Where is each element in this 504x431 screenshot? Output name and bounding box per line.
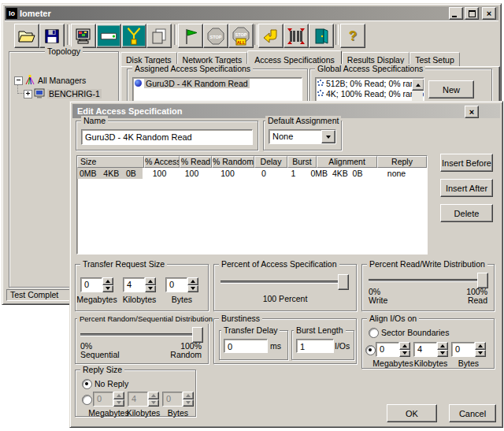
chevron-down-icon	[326, 136, 331, 139]
read-write-slider-track[interactable]	[369, 279, 487, 282]
spec-name-input[interactable]: Guru3D - 4K Random Read	[81, 129, 253, 145]
stepper-up-button[interactable]	[102, 277, 113, 285]
stepper-down-button[interactable]	[437, 350, 448, 358]
align-bytes-stepper[interactable]: 0	[451, 342, 486, 357]
random-sequential-slider-track[interactable]	[80, 333, 202, 336]
sector-boundaries-radio[interactable]	[369, 328, 379, 338]
percent-access-spec-group: Percent of Access Specification 100 Perc…	[213, 264, 357, 311]
reset-workers-button[interactable]	[258, 24, 284, 48]
no-reply-radio[interactable]	[82, 379, 92, 389]
stepper-value[interactable]: 0	[165, 277, 187, 292]
list-item-4k[interactable]: 4K; 100% Read; 0% random	[316, 88, 424, 98]
list-item-512b[interactable]: 512B; 0% Read; 0% random	[316, 78, 424, 88]
kilobytes-stepper[interactable]: 4	[123, 277, 156, 292]
no-reply-label: No Reply	[94, 379, 128, 388]
iometer-app-icon: Io	[6, 8, 17, 19]
align-ios-group: Align I/Os on Sector Boundaries 0 4 0 Me…	[361, 318, 495, 369]
stepper-down-button[interactable]	[187, 285, 198, 293]
percent-access-slider-thumb[interactable]	[338, 274, 349, 290]
duplicate-icon	[150, 28, 169, 45]
new-spec-button[interactable]: New	[428, 80, 474, 98]
stepper-value[interactable]: 0	[80, 277, 102, 292]
col-header-alignment[interactable]: Alignment	[317, 156, 377, 168]
cancel-button[interactable]: Cancel	[449, 404, 496, 422]
duplicate-worker-button[interactable]	[146, 24, 172, 48]
help-button[interactable]: ?	[340, 24, 365, 48]
col-header-access[interactable]: % Access	[144, 156, 180, 168]
dropdown-button[interactable]	[321, 130, 335, 143]
stepper-value[interactable]: 4	[123, 277, 145, 292]
random-sequential-slider-thumb[interactable]	[192, 327, 203, 343]
col-header-delay[interactable]: Delay	[254, 156, 287, 168]
insert-before-button[interactable]: Insert Before	[440, 154, 493, 172]
insert-after-button[interactable]: Insert After	[440, 179, 493, 197]
col-header-random[interactable]: % Random	[212, 156, 254, 168]
open-folder-icon	[17, 28, 36, 44]
ok-button[interactable]: OK	[387, 404, 437, 422]
reply-bytes-stepper[interactable]: 0	[162, 392, 194, 407]
save-test-file-button[interactable]	[39, 24, 65, 48]
stepper-down-button[interactable]	[475, 350, 486, 358]
stepper-value[interactable]: 0	[451, 342, 475, 357]
start-manager-button[interactable]	[71, 24, 96, 48]
tree-item-benchrig[interactable]: BENCHRIG-1	[34, 87, 102, 99]
open-test-file-button[interactable]	[14, 24, 39, 48]
transfer-delay-input[interactable]: 0	[224, 339, 268, 353]
col-header-reply[interactable]: Reply	[377, 156, 427, 168]
start-tests-button[interactable]	[178, 24, 203, 48]
dialog-close-button[interactable]: ×	[465, 106, 479, 118]
selected-option: None	[269, 130, 321, 143]
cell-delay: 0	[248, 168, 280, 179]
stepper-value[interactable]: 0	[376, 342, 399, 357]
start-network-worker-button[interactable]	[121, 24, 146, 48]
stepper-up-button[interactable]	[437, 342, 448, 350]
align-ios-label: Align I/Os on	[367, 314, 419, 324]
main-titlebar[interactable]: Io Iometer ×	[5, 6, 498, 20]
reply-custom-radio[interactable]	[82, 395, 92, 405]
start-disk-worker-button[interactable]	[96, 24, 121, 48]
align-kilobytes-stepper[interactable]: 4	[413, 342, 448, 357]
access-spec-table[interactable]: Size % Access % Read % Random Delay Burs…	[76, 155, 428, 255]
stepper-up-button[interactable]	[145, 277, 156, 285]
percent-access-slider-track[interactable]	[220, 281, 348, 284]
col-header-read[interactable]: % Read	[180, 156, 212, 168]
maximize-button[interactable]	[465, 7, 479, 20]
megabytes-stepper[interactable]: 0	[80, 277, 113, 292]
align-custom-radio[interactable]	[365, 345, 376, 355]
move-workers-button[interactable]	[284, 24, 309, 48]
expand-toggle[interactable]	[24, 90, 32, 98]
tree-item-label: BENCHRIG-1	[47, 89, 102, 98]
reset-arrow-icon	[261, 28, 280, 45]
stepper-up-button[interactable]	[399, 342, 410, 350]
stop-all-tests-button[interactable]: STOP ALL	[228, 24, 254, 48]
col-header-burst[interactable]: Burst	[287, 156, 317, 168]
stepper-up-button[interactable]	[187, 277, 198, 285]
stepper-down-button[interactable]	[102, 285, 113, 293]
scroll-up-button[interactable]	[412, 79, 424, 91]
read-write-slider-thumb[interactable]	[477, 273, 488, 288]
reply-kilobytes-stepper[interactable]: 4	[128, 392, 159, 407]
align-megabytes-stepper[interactable]: 0	[376, 342, 410, 357]
col-header-size[interactable]: Size	[77, 156, 144, 168]
burst-length-input[interactable]: 1	[296, 339, 334, 353]
cell-burst: 1	[280, 168, 307, 179]
stepper-up-button[interactable]	[475, 342, 486, 350]
stepper-down-button[interactable]	[145, 285, 156, 293]
bytes-stepper[interactable]: 0	[165, 277, 198, 292]
list-item-guru3d[interactable]: Guru3D - 4K Random Read	[133, 78, 302, 88]
delete-button[interactable]: Delete	[440, 204, 493, 222]
close-button[interactable]: ×	[482, 7, 496, 20]
exit-button[interactable]	[309, 24, 334, 48]
table-row[interactable]: 0MB 4KB 0B 100 100 100 0 1 0MB 4KB 0B no…	[77, 168, 427, 179]
list-item-label: 512B; 0% Read; 0% random	[326, 79, 424, 88]
stepper-down-button	[183, 399, 194, 407]
assigned-specs-label: Assigned Access Specifications	[132, 64, 253, 74]
stop-test-button[interactable]: STOP	[203, 24, 228, 48]
reply-megabytes-stepper[interactable]: 0	[93, 392, 124, 407]
stepper-down-button[interactable]	[399, 350, 410, 358]
tree-item-all-managers[interactable]: All Managers	[24, 74, 86, 86]
default-assignment-select[interactable]: None	[269, 129, 336, 144]
down-arrow-icon	[478, 351, 483, 355]
minimize-button[interactable]	[449, 7, 463, 20]
stepper-value[interactable]: 4	[413, 342, 437, 357]
